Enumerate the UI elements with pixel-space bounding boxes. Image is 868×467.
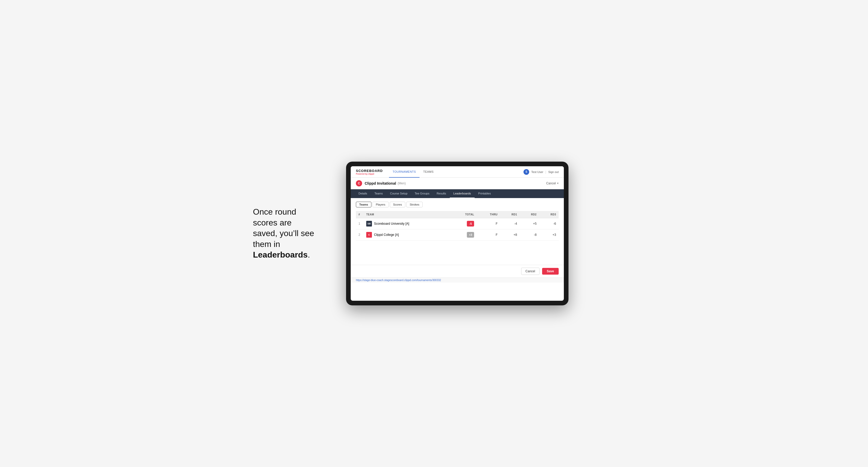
brand: SCOREBOARD Powered by clippd (356, 169, 383, 175)
tab-printables[interactable]: Printables (475, 189, 495, 198)
col-rd1: RD1 (500, 211, 520, 218)
row2-team-cell: C Clippd College [A] (366, 232, 448, 238)
sign-out-link[interactable]: Sign out (548, 170, 559, 174)
table-row: 2 C Clippd College [A] +3 F (356, 229, 559, 241)
row1-rd2: +5 (520, 218, 539, 229)
row2-rd2: -8 (520, 229, 539, 241)
row2-rd3: +3 (539, 229, 559, 241)
col-rank: # (356, 211, 364, 218)
row2-score-badge: +3 (467, 232, 474, 238)
bottom-bar: Cancel Save (351, 265, 564, 277)
leaderboard-table: # TEAM TOTAL THRU RD1 RD2 RD3 1 (356, 211, 559, 241)
tournament-cancel-button[interactable]: Cancel × (546, 182, 559, 185)
row2-team-name: Clippd College [A] (374, 233, 399, 237)
description-period: . (308, 250, 310, 259)
tablet-screen: SCOREBOARD Powered by clippd TOURNAMENTS… (351, 166, 564, 301)
row1-rank: 1 (356, 218, 364, 229)
tab-leaderboards[interactable]: Leaderboards (450, 189, 475, 198)
cancel-button[interactable]: Cancel (521, 268, 539, 275)
tournament-title: Clippd Invitational (365, 181, 396, 185)
tournament-header: C Clippd Invitational (Men) Cancel × (351, 178, 564, 189)
page-wrapper: Once round scores are saved, you’ll see … (253, 162, 615, 305)
nav-divider: | (546, 170, 546, 174)
tab-tee-groups[interactable]: Tee Groups (411, 189, 433, 198)
tablet-device: SCOREBOARD Powered by clippd TOURNAMENTS… (346, 162, 568, 305)
row1-team-logo: SB (366, 221, 372, 226)
save-button[interactable]: Save (542, 268, 559, 275)
col-total: TOTAL (451, 211, 477, 218)
filter-players-button[interactable]: Players (372, 202, 389, 207)
table-row: 1 SB Scoreboard University [A] -5 F (356, 218, 559, 229)
brand-sub-prefix: Powered by (356, 173, 368, 175)
row1-team-cell: SB Scoreboard University [A] (366, 221, 448, 226)
col-rd3: RD3 (539, 211, 559, 218)
tab-details[interactable]: Details (355, 189, 371, 198)
nav-teams[interactable]: TEAMS (420, 166, 437, 178)
filter-row: Teams Players Scores Strokes (356, 202, 559, 207)
tab-teams[interactable]: Teams (371, 189, 386, 198)
col-rd2: RD2 (520, 211, 539, 218)
user-name: Test User (531, 170, 543, 174)
filter-teams-button[interactable]: Teams (356, 202, 371, 207)
table-header: # TEAM TOTAL THRU RD1 RD2 RD3 (356, 211, 559, 218)
description-line1: Once round (253, 207, 296, 216)
content-spacer (351, 244, 564, 265)
filter-strokes-button[interactable]: Strokes (406, 202, 423, 207)
description-line2: scores are (253, 218, 291, 227)
tab-course-setup[interactable]: Course Setup (386, 189, 411, 198)
row2-rank: 2 (356, 229, 364, 241)
content-area: Teams Players Scores Strokes # TEAM TOTA… (351, 198, 564, 244)
col-thru: THRU (477, 211, 500, 218)
table-header-row: # TEAM TOTAL THRU RD1 RD2 RD3 (356, 211, 559, 218)
cancel-icon: × (557, 182, 559, 185)
user-avatar: S (524, 169, 529, 175)
cancel-label: Cancel (546, 182, 556, 185)
row2-thru: F (477, 229, 500, 241)
url-text: https://stage-blue-coach.stagescoreboard… (356, 279, 441, 282)
row1-score-badge: -5 (467, 221, 474, 226)
row2-team-logo: C (366, 232, 372, 238)
tournament-subtitle: (Men) (398, 182, 406, 185)
row2-rd1: +8 (500, 229, 520, 241)
description-line4: them in (253, 240, 280, 249)
table-body: 1 SB Scoreboard University [A] -5 F (356, 218, 559, 241)
row1-team-name: Scoreboard University [A] (374, 222, 409, 225)
nav-links: TOURNAMENTS TEAMS (389, 166, 524, 178)
description-line3: saved, you’ll see (253, 228, 314, 238)
sub-nav: Details Teams Course Setup Tee Groups Re… (351, 189, 564, 198)
nav-right: S Test User | Sign out (524, 169, 559, 175)
brand-title: SCOREBOARD (356, 169, 383, 173)
row1-team: SB Scoreboard University [A] (364, 218, 451, 229)
tournament-logo: C (356, 180, 362, 186)
description-bold: Leaderboards (253, 250, 308, 259)
row1-rd3: -6 (539, 218, 559, 229)
top-nav: SCOREBOARD Powered by clippd TOURNAMENTS… (351, 166, 564, 178)
nav-tournaments[interactable]: TOURNAMENTS (389, 166, 420, 178)
left-description: Once round scores are saved, you’ll see … (253, 207, 331, 260)
brand-sub-name: clippd (368, 173, 374, 175)
row1-thru: F (477, 218, 500, 229)
col-team: TEAM (364, 211, 451, 218)
tab-results[interactable]: Results (433, 189, 450, 198)
filter-scores-button[interactable]: Scores (390, 202, 405, 207)
url-bar: https://stage-blue-coach.stagescoreboard… (351, 277, 564, 283)
row1-rd1: -4 (500, 218, 520, 229)
brand-sub: Powered by clippd (356, 173, 383, 175)
row1-total: -5 (451, 218, 477, 229)
row2-total: +3 (451, 229, 477, 241)
row2-team: C Clippd College [A] (364, 229, 451, 241)
